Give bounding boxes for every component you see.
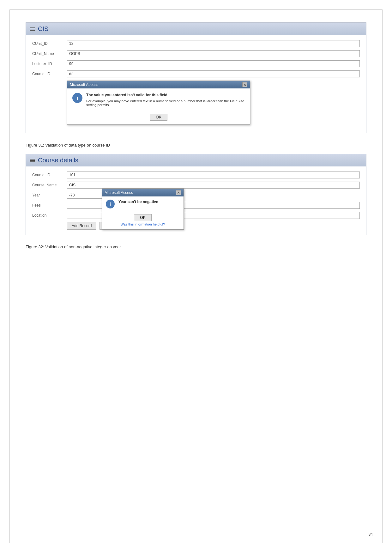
course-id-input-2[interactable]	[67, 172, 360, 178]
info-icon-2: i	[106, 200, 115, 208]
access-dialog-2-footer: OK Was this information helpful?	[102, 212, 184, 229]
access-dialog-2-text: Year can't be negative	[118, 200, 180, 206]
cunit-name-label: CUnit_Name	[32, 51, 67, 56]
cunit-id-input[interactable]	[67, 40, 360, 47]
access-dialog-1-secondary: For example, you may have entered text i…	[86, 99, 245, 107]
cunit-name-row: CUnit_Name	[32, 50, 360, 57]
access-dialog-2-wrapper: Microsoft Access ✕ i Year can't be negat…	[102, 189, 184, 230]
access-dialog-1-primary: The value you entered isn't valid for th…	[86, 93, 245, 97]
access-dialog-2-primary: Year can't be negative	[118, 200, 180, 204]
figure-1-caption: Figure 31: Validation of data type on co…	[26, 143, 366, 148]
page-wrapper: CIS CUnit_ID CUnit_Name Lecturer_ID Cour…	[9, 9, 383, 543]
access-dialog-2-title: Microsoft Access	[105, 190, 133, 195]
course-details-body: Course_ID Course_Name Year Microsoft Acc…	[26, 166, 366, 235]
access-dialog-1: Microsoft Access ✕ i The value you enter…	[67, 81, 250, 125]
access-dialog-1-content: i The value you entered isn't valid for …	[67, 88, 250, 111]
access-dialog-2-ok[interactable]: OK	[134, 214, 151, 221]
year-label: Year	[32, 193, 67, 197]
location-label: Location	[32, 213, 67, 218]
fees-label: Fees	[32, 203, 67, 208]
was-helpful-link[interactable]: Was this information helpful?	[121, 222, 165, 226]
course-id-label: Course_ID	[32, 72, 67, 76]
course-details-title: Course details	[38, 157, 78, 164]
access-dialog-1-footer: OK	[67, 111, 250, 124]
access-dialog-2-content: i Year can't be negative	[102, 196, 184, 212]
access-dialog-2-titlebar: Microsoft Access ✕	[102, 189, 184, 196]
location-row: Location	[32, 212, 360, 219]
cis-panel-header: CIS	[26, 23, 366, 35]
course-details-header: Course details	[26, 154, 366, 166]
cis-form-panel: CIS CUnit_ID CUnit_Name Lecturer_ID Cour…	[26, 22, 366, 133]
lecturer-id-row: Lecturer_ID	[32, 60, 360, 67]
page-number: 34	[369, 532, 373, 537]
table-icon-2	[30, 159, 35, 162]
cunit-name-input[interactable]	[67, 50, 360, 57]
cis-form-body: CUnit_ID CUnit_Name Lecturer_ID Course_I…	[26, 35, 366, 133]
course-id-row: Course_ID	[32, 70, 360, 77]
cunit-id-row: CUnit_ID	[32, 40, 360, 47]
course-name-row: Course_Name	[32, 182, 360, 189]
course-details-panel: Course details Course_ID Course_Name Yea…	[26, 154, 366, 235]
access-dialog-1-text: The value you entered isn't valid for th…	[86, 93, 245, 107]
figure-2-caption: Figure 32: Validation of non-negative in…	[26, 244, 366, 249]
course-id-label-2: Course_ID	[32, 173, 67, 177]
course-name-label: Course_Name	[32, 183, 67, 187]
access-dialog-2: Microsoft Access ✕ i Year can't be negat…	[102, 189, 184, 230]
course-name-input[interactable]	[67, 182, 360, 189]
access-dialog-1-title: Microsoft Access	[70, 82, 98, 87]
access-dialog-1-overlay: Microsoft Access ✕ i The value you enter…	[67, 81, 360, 125]
access-dialog-2-close[interactable]: ✕	[176, 190, 181, 195]
access-dialog-1-ok[interactable]: OK	[150, 114, 167, 121]
fees-row: Fees	[32, 202, 360, 209]
table-icon	[30, 27, 35, 31]
course-id-input[interactable]	[67, 70, 360, 77]
lecturer-id-label: Lecturer_ID	[32, 62, 67, 66]
info-icon: i	[72, 93, 82, 103]
cunit-id-label: CUnit_ID	[32, 41, 67, 46]
lecturer-id-input[interactable]	[67, 60, 360, 67]
cis-panel-title: CIS	[38, 25, 48, 33]
access-dialog-1-titlebar: Microsoft Access ✕	[67, 81, 250, 88]
add-record-button[interactable]: Add Record	[67, 222, 96, 230]
access-dialog-1-close[interactable]: ✕	[242, 82, 247, 87]
course-id-row-2: Course_ID	[32, 172, 360, 178]
year-row: Year Microsoft Access ✕ i Year can't be …	[32, 192, 360, 199]
